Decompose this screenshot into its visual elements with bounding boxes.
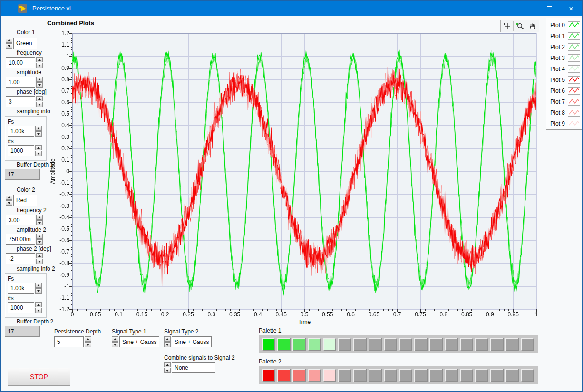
decrement-button[interactable] [36, 82, 43, 88]
sampling1-fs-input[interactable]: 1.00k [8, 126, 34, 137]
color-swatch[interactable] [277, 369, 291, 382]
signal-type2-enum[interactable]: Sine + Gauss [172, 336, 212, 347]
legend-line-sample[interactable] [568, 43, 580, 51]
legend-item[interactable]: Plot 0 [546, 20, 582, 30]
increment-button[interactable] [6, 195, 12, 200]
decrement-button[interactable] [6, 43, 12, 49]
color-swatch[interactable] [429, 369, 443, 382]
color-swatch[interactable] [521, 369, 534, 382]
color-swatch[interactable] [445, 369, 458, 382]
color-swatch[interactable] [353, 338, 367, 351]
color-swatch[interactable] [384, 369, 397, 382]
color-swatch[interactable] [505, 338, 519, 351]
color-swatch[interactable] [521, 338, 534, 351]
amplitude1-input[interactable]: 1.00 [6, 77, 35, 88]
decrement-button[interactable] [36, 63, 43, 68]
persistence-depth-input[interactable]: 5 [54, 336, 84, 347]
decrement-button[interactable] [112, 342, 118, 347]
color-swatch[interactable] [338, 369, 351, 382]
color-swatch[interactable] [353, 369, 367, 382]
increment-button[interactable] [36, 234, 43, 239]
legend-item[interactable]: Plot 9 [546, 118, 582, 129]
legend-line-sample[interactable] [568, 87, 580, 95]
color-swatch[interactable] [414, 338, 428, 351]
legend-item[interactable]: Plot 8 [546, 107, 582, 118]
amplitude2-input[interactable]: 750.00m [6, 234, 35, 245]
decrement-button[interactable] [35, 151, 42, 156]
color-swatch[interactable] [262, 338, 275, 351]
legend-item[interactable]: Plot 1 [546, 30, 582, 41]
decrement-button[interactable] [36, 220, 43, 225]
color-swatch[interactable] [292, 338, 306, 351]
increment-button[interactable] [36, 57, 43, 62]
color-swatch[interactable] [292, 369, 306, 382]
decrement-button[interactable] [36, 102, 43, 107]
phase1-input[interactable]: 3 [6, 96, 35, 107]
color-swatch[interactable] [399, 338, 412, 351]
color-swatch[interactable] [277, 338, 291, 351]
legend-line-sample[interactable] [568, 32, 580, 40]
close-button[interactable]: × [560, 1, 582, 16]
color-swatch[interactable] [323, 369, 336, 382]
legend-item[interactable]: Plot 7 [546, 96, 582, 107]
color-swatch[interactable] [338, 338, 351, 351]
increment-button[interactable] [6, 38, 12, 43]
sampling2-fs-input[interactable]: 1.00k [8, 283, 34, 294]
decrement-button[interactable] [164, 342, 171, 347]
increment-button[interactable] [164, 362, 171, 367]
color-swatch[interactable] [460, 338, 473, 351]
decrement-button[interactable] [164, 368, 171, 373]
legend-item[interactable]: Plot 2 [546, 41, 582, 52]
legend-item[interactable]: Plot 5 [546, 74, 582, 85]
color-swatch[interactable] [369, 369, 382, 382]
stop-button[interactable]: STOP [8, 368, 70, 386]
decrement-button[interactable] [36, 239, 43, 245]
maximize-button[interactable] [538, 1, 560, 16]
color1-enum[interactable]: Green [13, 38, 37, 49]
increment-button[interactable] [35, 283, 42, 288]
legend-line-sample[interactable] [568, 120, 580, 127]
legend-item[interactable]: Plot 3 [546, 52, 582, 63]
combine-signals-enum[interactable]: None [172, 362, 215, 373]
color-swatch[interactable] [262, 369, 275, 382]
color-swatch[interactable] [323, 338, 336, 351]
sampling2-ns-input[interactable]: 1000 [8, 302, 34, 313]
color-swatch[interactable] [475, 338, 488, 351]
color-swatch[interactable] [429, 338, 443, 351]
increment-button[interactable] [112, 336, 118, 342]
increment-button[interactable] [36, 77, 43, 82]
legend-line-sample[interactable] [568, 76, 580, 84]
phase2-input[interactable]: -2 [6, 253, 35, 264]
legend-item[interactable]: Plot 4 [546, 63, 582, 74]
legend-line-sample[interactable] [568, 109, 580, 117]
decrement-button[interactable] [36, 259, 43, 264]
increment-button[interactable] [36, 253, 43, 258]
color2-enum[interactable]: Red [13, 195, 37, 206]
signal-type1-enum[interactable]: Sine + Gauss [119, 336, 159, 347]
sampling1-ns-input[interactable]: 1000 [8, 145, 34, 156]
increment-button[interactable] [35, 126, 42, 131]
legend-line-sample[interactable] [568, 21, 580, 29]
color-swatch[interactable] [414, 369, 428, 382]
minimize-button[interactable] [516, 1, 538, 16]
color-swatch[interactable] [490, 369, 504, 382]
decrement-button[interactable] [35, 288, 42, 294]
color-swatch[interactable] [490, 338, 504, 351]
color-swatch[interactable] [384, 338, 397, 351]
increment-button[interactable] [36, 215, 43, 220]
legend-line-sample[interactable] [568, 65, 580, 73]
decrement-button[interactable] [85, 342, 91, 347]
color-swatch[interactable] [460, 369, 473, 382]
frequency1-input[interactable]: 10.00 [6, 57, 35, 68]
decrement-button[interactable] [6, 200, 12, 206]
color-swatch[interactable] [399, 369, 412, 382]
legend-line-sample[interactable] [568, 98, 580, 106]
color-swatch[interactable] [308, 369, 321, 382]
increment-button[interactable] [164, 336, 171, 342]
color-swatch[interactable] [445, 338, 458, 351]
frequency2-input[interactable]: 3.00 [6, 215, 35, 225]
increment-button[interactable] [85, 336, 91, 342]
decrement-button[interactable] [35, 308, 42, 313]
decrement-button[interactable] [35, 131, 42, 137]
color-swatch[interactable] [505, 369, 519, 382]
